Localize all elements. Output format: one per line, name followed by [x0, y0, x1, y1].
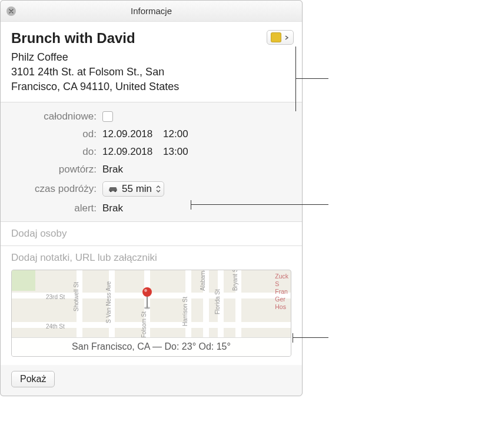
callout-line — [191, 204, 328, 205]
from-date[interactable]: 12.09.2018 — [102, 128, 152, 140]
map-footer: San Francisco, CA — Do: 23° Od: 15° — [12, 337, 291, 356]
titlebar: Informacje — [1, 1, 302, 22]
street-label: Bryant St — [232, 270, 238, 291]
from-label: od: — [11, 128, 102, 140]
event-location[interactable]: Philz Coffee 3101 24th St. at Folsom St.… — [11, 50, 235, 95]
map-footer-text: San Francisco, CA — Do: 23° Od: 15° — [72, 341, 231, 352]
notes-section: Dodaj notatki, URL lub załączniki 23rd S… — [1, 246, 302, 365]
travel-label: czas podróży: — [11, 183, 102, 195]
svg-point-5 — [144, 289, 147, 292]
invitees-placeholder: Dodaj osoby — [11, 228, 67, 239]
window-footer: Pokaż — [1, 365, 302, 396]
from-time[interactable]: 12:00 — [163, 128, 188, 140]
stepper-icon — [155, 185, 161, 193]
location-map[interactable]: 23rd St 24th St Shotwell St S Van Ness A… — [11, 270, 291, 357]
travel-time-value: 55 min — [122, 183, 152, 195]
location-line: Philz Coffee — [11, 51, 68, 63]
alert-value[interactable]: Brak — [102, 203, 123, 214]
repeat-value[interactable]: Brak — [102, 164, 123, 175]
event-header: Brunch with David Philz Coffee 3101 24th… — [1, 22, 302, 102]
svg-point-1 — [114, 190, 116, 192]
row-allday: całodniowe: — [11, 111, 291, 122]
to-time[interactable]: 13:00 — [163, 146, 188, 158]
row-travel: czas podróży: 55 min — [11, 181, 291, 197]
allday-label: całodniowe: — [11, 111, 102, 122]
notes-placeholder[interactable]: Dodaj notatki, URL lub załączniki — [11, 252, 291, 264]
callout-line — [296, 78, 328, 79]
street-label: 24th St — [46, 323, 65, 330]
street-label: Harrison St — [182, 297, 188, 326]
svg-point-0 — [110, 190, 112, 192]
allday-checkbox[interactable] — [102, 111, 113, 122]
close-button[interactable] — [6, 6, 16, 16]
to-date[interactable]: 12.09.2018 — [102, 146, 152, 158]
calendar-picker[interactable] — [267, 30, 294, 45]
window-title: Informacje — [131, 6, 172, 16]
callout-line — [293, 337, 328, 338]
event-info-window: Informacje Brunch with David Philz Coffe… — [0, 0, 303, 396]
location-line: Francisco, CA 94110, United States — [11, 81, 179, 92]
map-pin-icon — [140, 287, 154, 310]
invitees-section[interactable]: Dodaj osoby — [1, 222, 302, 246]
row-repeat: powtórz: Brak — [11, 164, 291, 175]
street-label: 23rd St — [46, 294, 65, 300]
svg-point-4 — [142, 287, 152, 297]
to-label: do: — [11, 146, 102, 158]
street-label: Alabama St — [200, 270, 206, 291]
event-title[interactable]: Brunch with David — [11, 30, 291, 47]
street-label: Shotwell St — [73, 282, 79, 311]
street-label: S Van Ness Ave — [105, 281, 112, 323]
travel-time-select[interactable]: 55 min — [102, 181, 164, 197]
row-from: od: 12.09.2018 12:00 — [11, 128, 291, 140]
street-label: Folsom St — [141, 311, 147, 338]
chevron-down-icon — [284, 35, 290, 41]
map-poi-hospital: ZuckSFranGerHos — [275, 273, 288, 311]
close-icon — [9, 9, 14, 14]
row-to: do: 12.09.2018 13:00 — [11, 146, 291, 158]
street-label: Florida St — [214, 289, 221, 314]
show-button[interactable]: Pokaż — [11, 371, 55, 387]
repeat-label: powtórz: — [11, 164, 102, 175]
alert-label: alert: — [11, 203, 102, 214]
calendar-color-swatch — [271, 32, 281, 42]
car-icon — [108, 185, 118, 193]
location-line: 3101 24th St. at Folsom St., San — [11, 66, 164, 78]
